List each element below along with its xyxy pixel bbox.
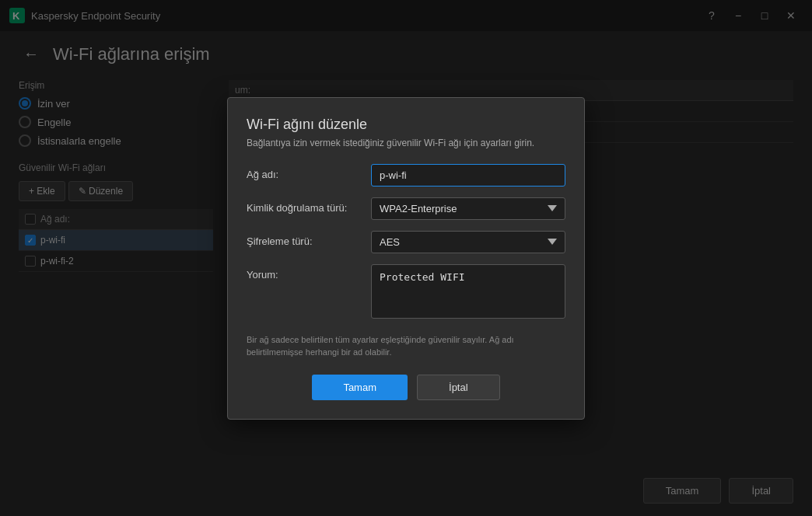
modal-subtitle: Bağlantıya izin vermek istediğiniz güven…	[247, 138, 565, 148]
modal-overlay: Wi-Fi ağını düzenle Bağlantıya izin verm…	[0, 0, 812, 516]
network-name-input[interactable]	[371, 164, 565, 187]
auth-type-select[interactable]: WPA2-Enterprise WPA2-Personal WPA WEP Op…	[371, 197, 565, 220]
comment-label: Yorum:	[247, 264, 371, 281]
modal-buttons: Tamam İptal	[247, 375, 565, 400]
encryption-select[interactable]: AES TKIP None	[371, 231, 565, 253]
comment-control: Protected WIFI	[371, 264, 565, 321]
comment-textarea[interactable]: Protected WIFI	[371, 264, 565, 319]
encryption-label: Şifreleme türü:	[247, 231, 371, 247]
form-row-comment: Yorum: Protected WIFI	[247, 264, 565, 321]
network-name-label: Ağ adı:	[247, 164, 371, 180]
form-row-auth-type: Kimlik doğrulama türü: WPA2-Enterprise W…	[247, 197, 565, 220]
modal-ok-button[interactable]: Tamam	[312, 375, 408, 400]
encryption-control: AES TKIP None	[371, 231, 565, 253]
form-row-encryption: Şifreleme türü: AES TKIP None	[247, 231, 565, 253]
modal-cancel-button[interactable]: İptal	[417, 375, 500, 400]
auth-type-control: WPA2-Enterprise WPA2-Personal WPA WEP Op…	[371, 197, 565, 220]
form-row-network-name: Ağ adı:	[247, 164, 565, 187]
auth-type-label: Kimlik doğrulama türü:	[247, 197, 371, 214]
network-name-control	[371, 164, 565, 187]
modal-note: Bir ağ sadece belirtilen tüm ayarlar eşl…	[247, 333, 565, 359]
modal-title: Wi-Fi ağını düzenle	[247, 117, 565, 133]
modal-dialog: Wi-Fi ağını düzenle Bağlantıya izin verm…	[227, 97, 585, 420]
